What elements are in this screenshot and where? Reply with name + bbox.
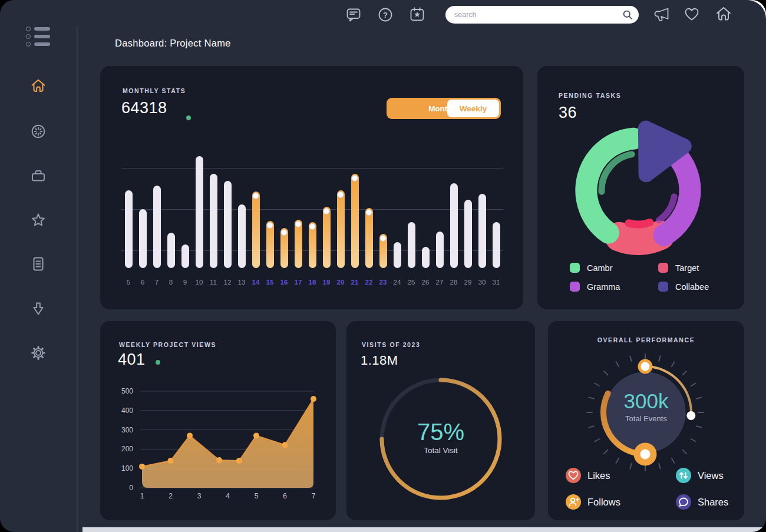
card-label: MONTHLY STATS bbox=[123, 87, 186, 94]
bar-slot bbox=[418, 154, 432, 268]
menu-list-icon[interactable] bbox=[26, 27, 50, 47]
bar-x-label: 19 bbox=[319, 279, 334, 286]
svg-text:6: 6 bbox=[283, 492, 287, 500]
sidebar-item-document[interactable] bbox=[29, 255, 47, 273]
period-toggle: Monthly Weekly bbox=[387, 98, 501, 119]
svg-text:?: ? bbox=[383, 11, 388, 19]
bar-slot bbox=[334, 154, 348, 268]
bar-x-label: 27 bbox=[432, 279, 447, 286]
bar-dot bbox=[253, 193, 259, 199]
performance-sub: Total Events bbox=[548, 414, 744, 423]
bar-x-label: 6 bbox=[136, 279, 150, 286]
svg-text:5: 5 bbox=[255, 492, 259, 500]
bar-day-14 bbox=[252, 191, 260, 268]
legend-label: Collabee bbox=[675, 282, 709, 292]
bar-day-16 bbox=[280, 228, 288, 268]
sidebar-divider bbox=[77, 26, 78, 532]
bar-day-12 bbox=[224, 181, 232, 268]
toggle-weekly-button[interactable]: Weekly bbox=[447, 100, 499, 117]
bar-x-label: 17 bbox=[291, 279, 305, 286]
speech-bubble-icon bbox=[676, 494, 691, 510]
bar-x-label: 31 bbox=[489, 279, 503, 286]
bar-slot bbox=[235, 154, 249, 268]
legend-item-likes: Likes bbox=[566, 468, 610, 483]
legend-chip bbox=[658, 282, 668, 292]
bar-slot bbox=[348, 154, 362, 268]
bar-slot bbox=[178, 154, 192, 268]
home-icon[interactable] bbox=[714, 5, 733, 24]
bar-chart bbox=[121, 154, 503, 268]
bar-x-label: 11 bbox=[206, 279, 220, 286]
bar-day-18 bbox=[309, 222, 316, 268]
bar-slot bbox=[475, 154, 489, 268]
performance-value: 300k bbox=[548, 389, 744, 413]
weekly-views-card: WEEKLY PROJECT VIEWS 401 010020030040050… bbox=[100, 321, 336, 520]
bar-day-11 bbox=[210, 174, 217, 268]
bar-x-label: 23 bbox=[376, 279, 390, 286]
svg-text:500: 500 bbox=[121, 387, 133, 395]
search-input[interactable] bbox=[445, 6, 639, 24]
bar-slot bbox=[390, 154, 404, 268]
monthly-stats-value: 64318 bbox=[121, 99, 167, 117]
card-label: PENDING TASKS bbox=[559, 92, 621, 99]
bar-day-17 bbox=[295, 220, 302, 268]
calendar-star-icon[interactable] bbox=[408, 6, 426, 24]
megaphone-icon[interactable] bbox=[652, 5, 671, 24]
bar-day-27 bbox=[436, 232, 444, 268]
search-bar bbox=[445, 6, 639, 24]
gauge-top-knob[interactable] bbox=[639, 361, 651, 372]
status-dot bbox=[156, 360, 160, 365]
bar-day-9 bbox=[181, 244, 189, 268]
legend-item: Collabee bbox=[658, 282, 709, 292]
status-dot bbox=[186, 115, 191, 120]
sidebar-item-settings[interactable] bbox=[29, 344, 47, 362]
chat-icon[interactable] bbox=[345, 6, 362, 24]
legend-item: Gramma bbox=[570, 282, 620, 292]
sidebar-item-home[interactable] bbox=[29, 77, 47, 95]
sidebar-item-briefcase[interactable] bbox=[29, 167, 47, 184]
bar-slot bbox=[404, 154, 418, 268]
bar-day-7 bbox=[153, 186, 161, 268]
bar-day-29 bbox=[464, 200, 472, 268]
legend-chip bbox=[570, 263, 580, 273]
bar-day-21 bbox=[351, 174, 359, 268]
legend-label: Cambr bbox=[587, 263, 613, 273]
sidebar-item-star[interactable] bbox=[29, 211, 47, 229]
bar-slot bbox=[263, 154, 277, 268]
bar-dot bbox=[295, 221, 302, 227]
bar-slot bbox=[489, 154, 503, 268]
bar-slot bbox=[291, 154, 305, 268]
screen: ? bbox=[0, 0, 766, 532]
help-icon[interactable]: ? bbox=[377, 6, 394, 24]
bar-day-10 bbox=[196, 156, 203, 268]
bar-day-30 bbox=[478, 194, 486, 268]
sidebar-item-download[interactable] bbox=[29, 300, 47, 318]
legend-label: Follows bbox=[587, 497, 620, 508]
svg-text:200: 200 bbox=[121, 445, 133, 453]
sidebar-item-speedometer[interactable] bbox=[29, 123, 47, 140]
bar-day-28 bbox=[450, 183, 458, 268]
bar-day-13 bbox=[238, 204, 246, 268]
svg-text:400: 400 bbox=[121, 407, 133, 415]
svg-text:7: 7 bbox=[312, 492, 316, 500]
legend-label: Views bbox=[698, 470, 724, 481]
bar-day-25 bbox=[408, 222, 415, 268]
person-plus-icon bbox=[566, 494, 581, 510]
bar-slot bbox=[136, 154, 150, 268]
bar-slot bbox=[249, 154, 263, 268]
bar-day-31 bbox=[493, 222, 500, 268]
legend-chip bbox=[658, 263, 668, 273]
heart-icon[interactable] bbox=[683, 5, 701, 23]
legend-chip bbox=[570, 282, 580, 292]
bar-x-label: 10 bbox=[192, 279, 206, 286]
bar-day-8 bbox=[167, 233, 175, 268]
bar-x-label: 13 bbox=[235, 279, 249, 286]
legend-item: Target bbox=[658, 263, 699, 273]
search-icon[interactable] bbox=[620, 8, 635, 22]
bottom-scroll-strip bbox=[82, 527, 766, 532]
svg-text:4: 4 bbox=[226, 492, 230, 500]
legend-label: Target bbox=[675, 263, 699, 273]
bar-x-label: 25 bbox=[404, 279, 418, 286]
visits-percent-sub: Total Visit bbox=[346, 446, 535, 455]
bar-slot bbox=[206, 154, 220, 268]
